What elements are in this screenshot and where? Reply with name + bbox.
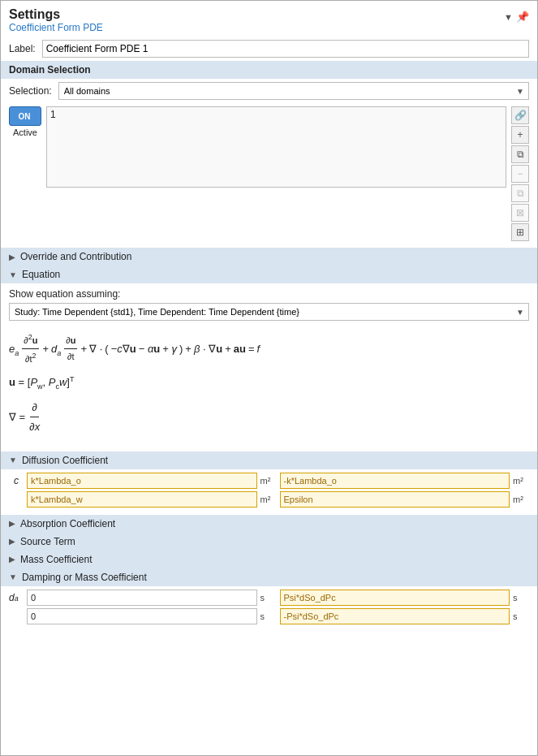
eq-plus-gamma: + γ (162, 339, 177, 358)
diffusion-left-input-2[interactable] (27, 491, 257, 508)
diffusion-left-unit-2: m² (260, 495, 277, 504)
equation-header[interactable]: ▼ Equation (1, 266, 537, 283)
override-contribution-header[interactable]: ▶ Override and Contribution (1, 248, 537, 266)
collapse-icon[interactable]: ▼ (504, 12, 513, 22)
mass-coeff-header[interactable]: ▶ Mass Coefficient (1, 551, 537, 568)
selection-dropdown-wrapper: All domains ▼ (58, 82, 529, 100)
active-label: Active (13, 127, 37, 137)
eq-line-1: ea ∂2u ∂t2 + da ∂u ∂t + ∇ · ( −c∇u − αu … (9, 330, 529, 368)
damping-left-input-1[interactable] (27, 590, 257, 606)
show-eq-label: Show equation assuming: (9, 288, 529, 300)
study-dropdown[interactable]: Study: Time Dependent {std1}, Time Depen… (9, 303, 529, 321)
c-label: c (9, 475, 24, 486)
copy-icon: ⧉ (517, 149, 524, 160)
diffusion-right-input-1[interactable] (280, 473, 510, 489)
deselect-btn[interactable]: ⊠ (511, 204, 529, 222)
selection-dropdown[interactable]: All domains (58, 82, 529, 100)
source-term-header[interactable]: ▶ Source Term (1, 533, 537, 551)
damping-row-1: s s (27, 590, 529, 606)
eq-equals: = (248, 339, 255, 358)
study-dropdown-wrapper: Study: Time Dependent {std1}, Time Depen… (9, 303, 529, 321)
equation-label: Equation (22, 269, 60, 280)
on-label: ON (19, 112, 31, 121)
damping-section: da s s s s (1, 586, 537, 632)
eq-nabla-frac: ∂ ∂x (28, 398, 41, 437)
absorption-expand-icon: ▶ (9, 519, 15, 528)
mass-coeff-label: Mass Coefficient (20, 554, 92, 565)
add-all-icon: + (517, 129, 523, 140)
damping-label: Damping or Mass Coefficient (22, 572, 147, 583)
eq-u-vec: u = [Pw, Pcw]T (9, 373, 74, 393)
remove-btn[interactable]: − (511, 165, 529, 183)
absorption-header[interactable]: ▶ Absorption Coefficient (1, 515, 537, 533)
label-input[interactable] (42, 40, 529, 58)
domain-list-area: ON Active 1 🔗 + ⧉ − ⧉ ⊠ ⊞ (1, 103, 537, 248)
deselect-icon: ⊠ (516, 207, 524, 218)
settings-header: Settings Coefficient Form PDE ▼ 📌 (1, 1, 537, 37)
domain-action-buttons: 🔗 + ⧉ − ⧉ ⊠ ⊞ (511, 106, 529, 241)
eq-line-2: u = [Pw, Pcw]T (9, 373, 529, 393)
label-row: Label: (1, 37, 537, 61)
eq-f: f (257, 339, 260, 358)
eq-minus-alpha: − αu (139, 339, 161, 358)
override-contribution-label: Override and Contribution (20, 251, 131, 262)
active-toggle-button[interactable]: ON (9, 106, 41, 126)
eq-paren-close: ) (179, 339, 183, 358)
eq-nabla-def: ∇ = (9, 408, 25, 426)
damping-left-input-2[interactable] (27, 608, 257, 624)
eq-paren-open: ( (105, 339, 108, 358)
eq-beta: β · ∇u (194, 339, 222, 358)
add-domain-btn[interactable]: 🔗 (511, 106, 529, 124)
eq-au: au (234, 339, 246, 358)
source-expand-icon: ▶ (9, 537, 15, 546)
domain-item: 1 (50, 109, 56, 120)
eq-plus3: + (185, 339, 192, 358)
diffusion-header[interactable]: ▼ Diffusion Coefficient (1, 451, 537, 469)
selection-row: Selection: All domains ▼ (1, 79, 537, 103)
eq-ea: ea (9, 339, 19, 360)
damping-row-2: s s (27, 608, 529, 624)
diffusion-right-input-2[interactable] (280, 491, 510, 508)
equation-section: Show equation assuming: Study: Time Depe… (1, 283, 537, 451)
damping-left-unit-2: s (260, 611, 277, 621)
damping-right-input-2[interactable] (280, 608, 510, 624)
damping-expand-icon: ▼ (9, 572, 17, 581)
group-btn[interactable]: ⊞ (511, 223, 529, 241)
add-all-btn[interactable]: + (511, 126, 529, 144)
source-term-label: Source Term (20, 536, 75, 547)
damping-right-unit-2: s (513, 611, 529, 621)
add-icon: 🔗 (514, 110, 527, 121)
override-expand-icon: ▶ (9, 253, 15, 261)
copy-btn[interactable]: ⧉ (511, 145, 529, 163)
eq-frac1: ∂2u ∂t2 (21, 330, 40, 368)
selection-label: Selection: (9, 85, 52, 97)
damping-right-input-1[interactable] (280, 590, 510, 606)
damping-header[interactable]: ▼ Damping or Mass Coefficient (1, 568, 537, 586)
diffusion-right-unit-1: m² (513, 476, 529, 486)
page-subtitle: Coefficient Form PDE (9, 22, 103, 33)
domain-listbox[interactable]: 1 (46, 106, 506, 188)
pin-icon[interactable]: 📌 (516, 11, 529, 23)
label-key: Label: (9, 43, 36, 54)
paste-btn[interactable]: ⧉ (511, 184, 529, 202)
header-actions: ▼ 📌 (504, 11, 529, 23)
eq-da: da (51, 339, 61, 360)
mass-expand-icon: ▶ (9, 555, 15, 564)
diffusion-left-input-1[interactable] (27, 473, 257, 489)
diffusion-right-unit-2: m² (513, 495, 529, 504)
eq-plus4: + (225, 339, 231, 358)
absorption-label: Absorption Coefficient (20, 518, 115, 529)
active-button-area: ON Active (9, 106, 41, 137)
eq-plus1: + (42, 339, 49, 358)
damping-right-unit-1: s (513, 593, 529, 603)
da-sub: a (15, 594, 19, 603)
paste-icon: ⧉ (517, 188, 524, 199)
equation-display: ea ∂2u ∂t2 + da ∂u ∂t + ∇ · ( −c∇u − αu … (9, 327, 529, 447)
diffusion-expand-icon: ▼ (9, 456, 17, 464)
diffusion-left-unit-1: m² (260, 476, 277, 486)
group-icon: ⊞ (516, 227, 524, 238)
eq-neg-c: −c∇u (111, 339, 136, 358)
eq-plus2: + (80, 339, 87, 358)
diffusion-row-2: m² m² (27, 491, 529, 508)
da-label: da (9, 592, 24, 603)
